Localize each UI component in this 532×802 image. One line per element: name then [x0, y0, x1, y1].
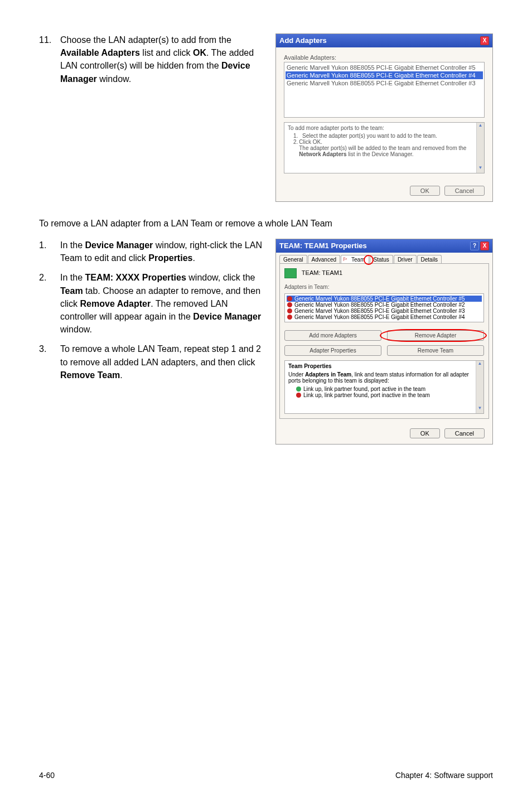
tab-advanced[interactable]: Advanced [308, 255, 340, 264]
tab-status[interactable]: Status [370, 255, 393, 264]
team-properties-box: ▲ ▼ Team Properties Under Adapters in Te… [284, 360, 484, 414]
adapter-properties-button[interactable]: Adapter Properties [284, 345, 381, 356]
step-number: 2. [39, 271, 60, 336]
ok-button[interactable]: OK [410, 428, 440, 438]
ok-button[interactable]: OK [410, 186, 440, 196]
scroll-down-icon[interactable]: ▼ [476, 405, 483, 413]
instr-heading: To add more adapter ports to the team: [288, 125, 481, 131]
flag-icon: 🏳 [343, 257, 348, 262]
text: The adapter port(s) will be added to the… [299, 145, 466, 151]
dialog-title: Add Adapters [279, 36, 327, 45]
list-item[interactable]: Generic Marvell Yukon 88E8055 PCI-E Giga… [286, 64, 483, 71]
tab-driver[interactable]: Driver [394, 255, 417, 264]
team-icon [284, 268, 297, 278]
available-adapters-list[interactable]: Generic Marvell Yukon 88E8055 PCI-E Giga… [284, 62, 485, 118]
button-label: Remove Adapter [415, 332, 457, 339]
label-team-properties: TEAM: XXXX Properties [85, 273, 186, 282]
list-item[interactable]: Generic Marvel Yukon 88E8055 PCI-E Gigab… [287, 296, 482, 302]
page-number: 4-60 [39, 771, 55, 780]
cancel-button[interactable]: Cancel [444, 186, 485, 196]
tab-team[interactable]: 🏳 Team [341, 255, 369, 264]
text: In the [60, 240, 85, 250]
step-number: 11. [39, 33, 60, 85]
status-dot-icon [287, 308, 292, 313]
help-icon[interactable]: ? [470, 241, 479, 250]
list-item[interactable]: Generic Marvel Yukon 88E8055 PCI-E Gigab… [287, 302, 482, 308]
team-label: TEAM: TEAM1 [302, 269, 342, 276]
label-remove-team: Remove Team [60, 370, 120, 380]
label-available-adapters: Available Adapters [60, 48, 140, 57]
text: In the [60, 273, 85, 282]
scrollbar[interactable]: ▲ ▼ [476, 123, 484, 173]
text: window, click the [186, 273, 255, 282]
tab-bar: General Advanced 🏳 Team Status Driver De… [276, 253, 492, 264]
text: Adapters in Team [305, 371, 351, 378]
status-dot-icon [287, 296, 292, 301]
team-properties-dialog: TEAM: TEAM1 Properties ? X General Advan… [275, 239, 493, 445]
text: window. [60, 325, 92, 334]
instr-text: Select the adapter port(s) you want to a… [302, 133, 437, 139]
adapter-name: Generic Marvel Yukon 88E8055 PCI-E Gigab… [294, 302, 465, 308]
label-network-adapters: Network Adapters [299, 151, 346, 157]
status-dot-icon [296, 386, 301, 392]
add-adapters-dialog: Add Adapters X Available Adapters: Gener… [275, 33, 493, 202]
text: Choose the LAN adapter(s) to add from th… [60, 35, 231, 45]
available-adapters-label: Available Adapters: [284, 54, 485, 61]
label-device-manager: Device Manager [85, 240, 153, 250]
chapter-title: Chapter 4: Software support [395, 771, 493, 780]
remove-team-button[interactable]: Remove Team [387, 345, 484, 356]
instructions-box: ▲ ▼ To add more adapter ports to the tea… [284, 122, 485, 173]
legend-text: Link up, link partner found, port active… [303, 386, 425, 392]
text: Under [288, 371, 305, 378]
status-dot-icon [287, 315, 292, 320]
scrollbar[interactable]: ▲ ▼ [476, 361, 483, 413]
list-item[interactable]: Generic Marvel Yukon 88E8055 PCI-E Gigab… [287, 308, 482, 314]
cancel-button[interactable]: Cancel [444, 428, 485, 438]
props-desc: Under Adapters in Team, link and team st… [288, 371, 480, 384]
instr-text: Click OK. The adapter port(s) will be ad… [299, 139, 481, 157]
scroll-up-icon[interactable]: ▲ [477, 123, 484, 131]
section-heading: To remove a LAN adapter from a LAN Team … [39, 219, 493, 229]
instr-num: 2. [293, 139, 299, 157]
dialog-title: TEAM: TEAM1 Properties [279, 241, 367, 250]
label-remove-adapter: Remove Adapter [80, 299, 151, 308]
step-number: 3. [39, 342, 60, 381]
tab-general[interactable]: General [279, 255, 307, 264]
list-item[interactable]: Generic Marvel Yukon 88E8055 PCI-E Gigab… [287, 314, 482, 320]
close-icon[interactable]: X [480, 36, 489, 45]
step1-text: In the Device Manager window, right-clic… [60, 239, 264, 264]
list-item[interactable]: Generic Marvell Yukon 88E8055 PCI-E Giga… [286, 79, 483, 87]
list-item[interactable]: Generic Marvell Yukon 88E8055 PCI-E Giga… [286, 71, 483, 79]
tab-details[interactable]: Details [417, 255, 442, 264]
step2-text: In the TEAM: XXXX Properties window, cli… [60, 271, 264, 336]
step-number: 1. [39, 239, 60, 264]
step3-text: To remove a whole LAN Team, repeat step … [60, 342, 264, 381]
label-properties: Properties [148, 253, 192, 263]
text: . [120, 370, 122, 380]
label-device-manager: Device Manager [193, 312, 261, 321]
dialog-titlebar: TEAM: TEAM1 Properties ? X [276, 239, 492, 253]
label-team: Team [60, 286, 83, 296]
adapter-name: Generic Marvel Yukon 88E8055 PCI-E Gigab… [294, 308, 465, 314]
adapters-in-team-list[interactable]: Generic Marvel Yukon 88E8055 PCI-E Gigab… [284, 293, 484, 322]
adapter-name: Generic Marvel Yukon 88E8055 PCI-E Gigab… [294, 296, 465, 302]
adapters-label: Adapters in Team: [284, 284, 484, 290]
remove-adapter-button[interactable]: Remove Adapter [387, 330, 484, 341]
text: list in the Device Manager. [346, 151, 413, 157]
status-dot-icon [296, 393, 301, 398]
add-more-adapters-button[interactable]: Add more Adapters [284, 330, 381, 341]
tab-label: Team [351, 257, 365, 263]
text: list and click [140, 48, 193, 57]
scroll-up-icon[interactable]: ▲ [476, 361, 483, 369]
label-ok: OK [193, 48, 206, 57]
text: window. [97, 74, 131, 84]
text: Click OK. [299, 139, 481, 145]
legend-text: Link up, link partner found, port inacti… [303, 392, 430, 398]
close-icon[interactable]: X [480, 241, 489, 250]
status-dot-icon [287, 302, 292, 307]
dialog-titlebar: Add Adapters X [276, 34, 492, 47]
text: To remove a whole LAN Team, repeat step … [60, 344, 261, 366]
text: The adapter port(s) will be added to the… [299, 145, 481, 157]
props-title: Team Properties [288, 363, 332, 369]
scroll-down-icon[interactable]: ▼ [477, 165, 484, 173]
